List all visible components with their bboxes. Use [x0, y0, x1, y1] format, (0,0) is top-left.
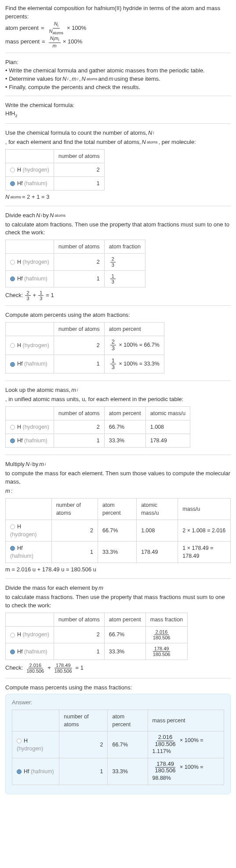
col-mass: mass/u	[178, 498, 231, 520]
count-n: N	[148, 129, 152, 137]
element-hf: Hf (hafnium)	[12, 758, 59, 785]
check-frac-2: 178.49180.506	[53, 663, 73, 674]
frac-den: 3	[25, 296, 30, 301]
plan-b2-m: m	[72, 75, 76, 83]
hf-atoms: 1	[59, 758, 108, 785]
h-mass-percent: 2.016180.506 × 100% = 1.117%	[148, 732, 224, 758]
hafnium-dot-icon	[10, 362, 15, 367]
h-name: (hydrogen)	[23, 259, 49, 265]
element-hf: Hf (hafnium)	[6, 270, 54, 287]
h-fraction: 23	[104, 254, 145, 270]
check-frac-2: 13	[38, 290, 44, 301]
col-mass-percent: mass percent	[148, 710, 224, 732]
ml-m: m	[71, 386, 76, 395]
table-row: Hf (hafnium) 1 33.3% 178.49	[6, 434, 190, 448]
mass-fraction-section: Divide the mass for each element by m to…	[5, 584, 231, 678]
hf-name: (hafnium)	[24, 276, 47, 282]
h-atoms: 2	[54, 254, 104, 270]
count-mid: , for each element and find the total nu…	[5, 138, 141, 147]
ml-pre: Look up the atomic mass,	[5, 386, 70, 395]
frac-num: 1	[110, 273, 116, 279]
times-100: × 100%	[67, 24, 86, 32]
hf-name: (hafnium)	[31, 768, 54, 775]
atom-fraction-section: Divide each Ni by Natoms to calculate at…	[5, 212, 231, 306]
h-symbol: H	[17, 524, 21, 530]
atom-percent-fraction: Ni Natoms	[47, 21, 64, 36]
count-text: Use the chemical formula to count the nu…	[5, 129, 231, 147]
atom-percent-formula: atom percent = Ni Natoms × 100%	[5, 21, 231, 36]
mc-colon: :	[11, 487, 13, 495]
table-header-row: number of atoms	[6, 149, 105, 163]
hf-percent: 13 × 100% = 33.3%	[104, 355, 164, 373]
plan-b2-c1: ,	[69, 75, 71, 83]
count-na: N	[142, 138, 146, 147]
plan-b2-c2: ,	[79, 75, 81, 83]
table-row: H (hydrogen) 2 23 × 100% = 66.7%	[6, 336, 164, 355]
frac-num: 2.016	[154, 629, 169, 635]
atomic-mass-table: number of atoms atom percent atomic mass…	[5, 406, 190, 448]
col-atoms: number of atoms	[54, 322, 104, 336]
pct-rest: × 100% = 66.7%	[117, 342, 160, 348]
mc-pre: Multiply	[5, 460, 25, 469]
h-percent: 23 × 100% = 66.7%	[104, 336, 164, 355]
hf-symbol: Hf	[24, 768, 31, 775]
element-hf: Hf (hafnium)	[6, 434, 54, 448]
frac-mnum-msub: i	[58, 38, 59, 42]
element-h: H (hydrogen)	[6, 626, 54, 643]
element-hf: Hf (hafnium)	[6, 542, 52, 563]
empty-header	[12, 710, 59, 732]
frac-den: 3	[110, 262, 116, 268]
element-h: H (hydrogen)	[12, 732, 59, 758]
element-hf: Hf (hafnium)	[6, 176, 54, 190]
hf-atom-percent: 33.3%	[108, 758, 148, 785]
table-header-row: number of atoms atom percent	[6, 322, 164, 336]
natoms-sub: atoms	[10, 194, 21, 200]
answer-label: Answer:	[12, 699, 224, 707]
col-percent: atom percent	[104, 406, 145, 420]
h-name: (hydrogen)	[23, 631, 49, 638]
plan-section: Plan: • Write the chemical formula and g…	[5, 58, 231, 96]
table-header-row: number of atoms atom percent atomic mass…	[6, 498, 231, 520]
h-name: (hydrogen)	[23, 342, 49, 348]
chemical-formula: HfH2	[5, 110, 231, 119]
atom-percent-label: atom percent	[5, 24, 39, 32]
mc-by: by	[32, 460, 38, 469]
natoms-total: Natoms = 2 + 1 = 3	[5, 193, 231, 201]
hydrogen-dot-icon	[10, 260, 15, 265]
equals-sign: =	[41, 24, 44, 32]
masspct-title: Compute mass percents using the mass fra…	[5, 684, 231, 692]
h-amass: 1.008	[137, 520, 178, 541]
hf-symbol: Hf	[17, 180, 24, 187]
eq-one: = 1	[76, 664, 84, 672]
mf-m: m	[98, 584, 103, 592]
empty-header	[6, 149, 54, 163]
massfrac-text: Divide the mass for each element by m to…	[5, 584, 231, 610]
plan-b2-na: N	[82, 75, 86, 83]
element-h: H (hydrogen)	[6, 254, 54, 270]
hafnium-dot-icon	[17, 769, 22, 774]
af-na: N	[50, 212, 54, 220]
hf-amass: 178.49	[137, 542, 178, 563]
h-atom-percent: 66.7%	[108, 732, 148, 758]
plus-sign: +	[33, 291, 36, 300]
ml-end: , in unified atomic mass units, u, for e…	[5, 395, 183, 404]
times-100: × 100%	[63, 38, 82, 46]
h-atoms: 2	[54, 626, 104, 643]
frac-num: 178.49	[155, 761, 175, 768]
check-label: Check:	[5, 291, 23, 300]
element-h: H (hydrogen)	[6, 420, 54, 434]
frac-den: 180.506	[53, 668, 73, 674]
hf-symbol: Hf	[17, 276, 24, 282]
table-header-row: number of atoms atom percent mass fracti…	[6, 613, 188, 626]
table-row: H (hydrogen) 2 66.7% 1.008	[6, 420, 190, 434]
frac-num-n: N	[54, 21, 58, 26]
col-percent: atom percent	[104, 613, 145, 626]
table-row: Hf (hafnium) 1 13	[6, 270, 145, 287]
col-atoms: number of atoms	[54, 406, 104, 420]
empty-header	[6, 406, 54, 420]
col-atom-percent: atom percent	[108, 710, 148, 732]
plan-title: Plan:	[5, 58, 231, 67]
mc-msub: i	[45, 462, 46, 467]
h-symbol: H	[24, 738, 28, 744]
h-symbol: H	[17, 167, 23, 173]
